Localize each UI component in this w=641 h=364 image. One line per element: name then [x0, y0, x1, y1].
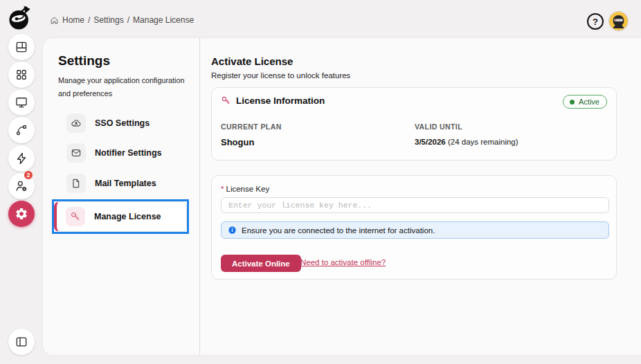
- sidebar-item-label: SSO Settings: [95, 118, 150, 128]
- valid-until-value: 3/5/2026 (24 days remaining): [415, 138, 518, 146]
- valid-until-label: VALID UNTIL: [415, 122, 462, 131]
- info-icon: [228, 226, 237, 235]
- help-icon[interactable]: ?: [587, 13, 604, 30]
- settings-gear-icon: [15, 207, 28, 221]
- activate-offline-link[interactable]: Need to activate offline?: [300, 258, 386, 266]
- license-information-header: License Information: [221, 95, 325, 106]
- cloud-user-icon: [66, 113, 86, 133]
- license-information-title: License Information: [236, 95, 325, 106]
- settings-panel-description: Manage your application configuration an…: [58, 74, 190, 100]
- key-icon: [66, 207, 85, 226]
- sidebar-item-label: Notifier Settings: [95, 148, 162, 158]
- sidebar-item-sso-settings[interactable]: SSO Settings: [55, 109, 191, 137]
- settings-panel-title: Settings: [58, 53, 110, 69]
- panel-toggle-icon: [15, 335, 28, 349]
- rail-settings-button[interactable]: [8, 201, 35, 227]
- dashboard-layout-icon: [15, 40, 28, 54]
- notification-badge: 2: [24, 170, 33, 180]
- sidebar-item-mail-templates[interactable]: Mail Templates: [55, 170, 191, 197]
- document-icon: [66, 174, 86, 193]
- info-banner: Ensure you are connected to the internet…: [221, 221, 609, 239]
- panel-divider: [199, 38, 200, 355]
- git-branch-icon: [15, 123, 28, 137]
- info-banner-text: Ensure you are connected to the internet…: [242, 226, 435, 235]
- valid-until-note: (24 days remaining): [448, 138, 518, 146]
- content-sheet: Settings Manage your application configu…: [43, 38, 641, 355]
- license-key-input[interactable]: [221, 197, 609, 213]
- user-gear-icon: [15, 179, 28, 193]
- sidebar-item-label: Mail Templates: [95, 179, 156, 188]
- key-icon: [221, 95, 231, 106]
- activation-card: *License Key Ensure you are connected to…: [211, 175, 617, 280]
- monitor-icon: [15, 95, 28, 109]
- sidebar-item-notifier-settings[interactable]: Notifier Settings: [55, 139, 191, 167]
- current-plan-label: CURRENT PLAN: [221, 122, 282, 131]
- breadcrumb-item-settings[interactable]: Settings: [93, 15, 123, 25]
- rail-monitor-button[interactable]: [8, 89, 35, 116]
- breadcrumb-item-home[interactable]: Home: [62, 15, 84, 25]
- app-window: 2 Home / Settings / Manage License ? Set…: [0, 0, 641, 364]
- current-plan-value: Shogun: [221, 137, 254, 147]
- activate-online-button[interactable]: Activate Online: [221, 255, 301, 272]
- status-badge: Active: [563, 95, 607, 109]
- breadcrumb-item-current: Manage License: [133, 15, 194, 25]
- page-subtitle: Register your license to unlock features: [211, 71, 350, 80]
- ninja-logo[interactable]: [5, 2, 35, 33]
- license-key-label: *License Key: [221, 185, 269, 193]
- rail-apps-button[interactable]: [8, 62, 35, 88]
- status-dot-icon: [570, 100, 575, 104]
- breadcrumb: Home / Settings / Manage License: [50, 15, 194, 25]
- home-icon: [50, 16, 59, 25]
- focus-ring: Manage License: [52, 199, 189, 234]
- status-badge-label: Active: [579, 98, 599, 106]
- rail-pipeline-button[interactable]: [8, 117, 35, 143]
- breadcrumb-separator: /: [88, 15, 90, 25]
- envelope-icon: [66, 143, 86, 163]
- breadcrumb-separator: /: [127, 15, 129, 25]
- required-asterisk: *: [221, 185, 224, 193]
- sidebar-item-label: Manage License: [94, 212, 161, 221]
- rail-collapse-button[interactable]: [8, 329, 35, 355]
- rail-dashboard-button[interactable]: [8, 34, 35, 60]
- rail-automation-button[interactable]: [8, 145, 35, 172]
- lightning-bolt-icon: [15, 152, 28, 165]
- sidebar-item-manage-license[interactable]: Manage License: [54, 201, 187, 232]
- valid-until-date: 3/5/2026: [415, 138, 446, 146]
- apps-grid-icon: [15, 68, 28, 82]
- page-title: Activate License: [211, 55, 293, 67]
- license-information-card: License Information Active CURRENT PLAN …: [211, 87, 617, 161]
- user-avatar[interactable]: [609, 12, 628, 30]
